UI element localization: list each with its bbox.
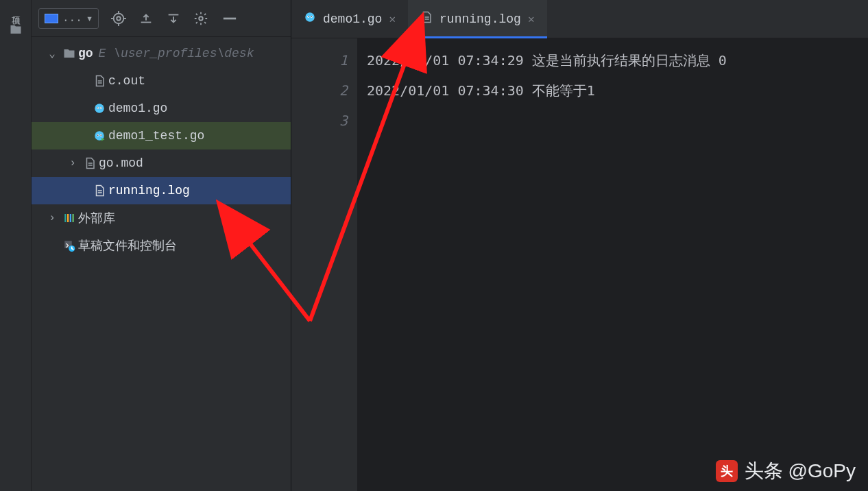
code-line: 2022/01/01 07:34:30 不能等于1 (367, 75, 858, 106)
tab-label: running.log (439, 12, 521, 26)
file-icon (420, 11, 433, 27)
project-icon (45, 14, 58, 23)
tool-window-stripe: 项目 (0, 0, 32, 491)
close-icon[interactable]: ✕ (528, 12, 535, 26)
svg-rect-31 (70, 214, 71, 222)
file-icon (91, 184, 108, 197)
tree-item-label: demo1.go (108, 101, 167, 115)
project-toolbar: ... ▾ (32, 0, 291, 37)
svg-point-18 (101, 108, 102, 109)
hide-icon[interactable] (221, 11, 239, 26)
file-icon (91, 75, 108, 87)
folder-icon (60, 47, 78, 60)
tree-root-name: go (78, 47, 93, 60)
editor-tabs: demo1.go ✕ running.log ✕ (291, 0, 868, 38)
settings-icon[interactable] (193, 11, 208, 26)
svg-point-22 (97, 135, 99, 136)
library-icon (60, 212, 78, 224)
tree-item-demo1-go[interactable]: demo1.go (32, 95, 291, 122)
svg-rect-30 (67, 214, 69, 222)
tree-scratches[interactable]: 草稿文件和控制台 (32, 232, 291, 259)
tree-item-label: running.log (108, 184, 190, 197)
svg-point-23 (101, 135, 102, 136)
tab-demo1-go[interactable]: demo1.go ✕ (291, 0, 408, 38)
chevron-right-icon: › (64, 157, 81, 169)
scratch-icon (60, 239, 78, 252)
selector-label: ... (62, 12, 82, 25)
project-tree: ⌄ go E \user_profiles\desk c.out demo1.g… (32, 37, 291, 491)
close-icon[interactable]: ✕ (389, 12, 396, 26)
line-number-gutter: 1 2 3 (291, 38, 357, 491)
tree-external-libs[interactable]: › 外部库 (32, 204, 291, 232)
collapse-all-icon[interactable] (166, 11, 181, 26)
project-selector[interactable]: ... ▾ (38, 8, 99, 29)
svg-point-1 (117, 16, 121, 21)
tab-running-log[interactable]: running.log ✕ (408, 0, 546, 38)
svg-rect-29 (64, 214, 66, 222)
folder-tool-icon[interactable] (10, 23, 22, 39)
editor-body: 1 2 3 2022/01/01 07:34:29 这是当前执行结果的日志消息 … (291, 38, 868, 491)
tree-item-demo1-test-go[interactable]: demo1_test.go (32, 122, 291, 149)
tree-item-label: demo1_test.go (108, 129, 204, 143)
svg-point-37 (305, 12, 315, 22)
go-file-icon (91, 102, 108, 115)
tree-root-path: E \user_profiles\desk (99, 47, 254, 60)
tab-label: demo1.go (323, 12, 382, 26)
svg-point-10 (200, 16, 204, 21)
chevron-down-icon: ▾ (86, 12, 93, 25)
editor-area: demo1.go ✕ running.log ✕ 1 2 3 2022/01/0… (291, 0, 868, 491)
svg-point-17 (97, 108, 99, 109)
code-area[interactable]: 2022/01/01 07:34:29 这是当前执行结果的日志消息 0 2022… (357, 38, 868, 491)
svg-point-40 (308, 16, 309, 18)
line-number: 1 (291, 45, 348, 75)
tree-item-label: 外部库 (78, 210, 115, 226)
tree-item-running-log[interactable]: running.log (32, 177, 291, 204)
tree-item-label: c.out (108, 74, 145, 88)
line-number: 2 (291, 75, 348, 106)
svg-point-0 (114, 13, 124, 23)
watermark-logo-icon: 头 (716, 460, 738, 482)
svg-rect-32 (73, 214, 74, 222)
svg-point-41 (311, 16, 313, 18)
tree-item-label: 草稿文件和控制台 (78, 237, 177, 254)
tree-item-label: go.mod (99, 156, 143, 170)
go-test-file-icon (91, 130, 108, 142)
tree-root-go[interactable]: ⌄ go E \user_profiles\desk (32, 40, 291, 67)
svg-point-14 (95, 104, 104, 113)
target-icon[interactable] (111, 11, 126, 26)
watermark-text: 头条 @GoPy (745, 458, 856, 484)
project-sidebar: ... ▾ ⌄ (32, 0, 291, 491)
code-line: 2022/01/01 07:34:29 这是当前执行结果的日志消息 0 (367, 45, 858, 75)
chevron-right-icon: › (44, 212, 60, 224)
chevron-down-icon: ⌄ (44, 47, 60, 60)
tree-item-gomod[interactable]: › go.mod (32, 149, 291, 177)
tree-item-cout[interactable]: c.out (32, 67, 291, 95)
watermark: 头 头条 @GoPy (716, 458, 856, 484)
go-file-icon (304, 11, 316, 27)
expand-all-icon[interactable] (138, 11, 154, 26)
line-number: 3 (291, 106, 348, 136)
file-icon (81, 157, 99, 169)
